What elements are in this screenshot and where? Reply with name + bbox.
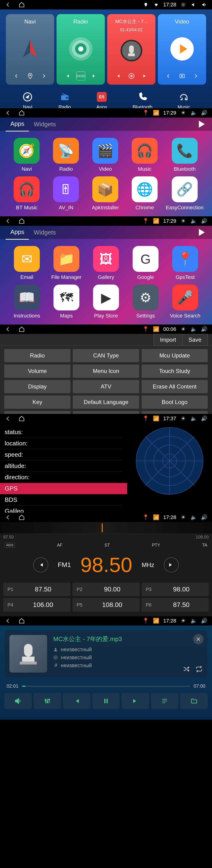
nav-navi[interactable]: Navi [22, 91, 33, 108]
af-button[interactable]: AF [57, 543, 62, 548]
app-file-manager[interactable]: 📁File Manager [48, 246, 85, 280]
chevron-left-icon[interactable] [12, 71, 21, 81]
brightness-icon[interactable]: ☀ [180, 514, 187, 521]
eq-button[interactable] [34, 693, 61, 709]
seek-prev-button[interactable] [33, 557, 48, 572]
band-label[interactable]: FM1 [58, 561, 71, 569]
app-chrome[interactable]: 🌐Chrome [127, 176, 163, 211]
brightness-icon[interactable]: ☀ [180, 110, 187, 116]
app-gallery[interactable]: 🖼Gallery [88, 246, 124, 280]
home-icon[interactable] [18, 415, 25, 422]
setting-can-type[interactable]: CAN Type [73, 349, 139, 362]
setting-key[interactable]: Key [4, 396, 71, 409]
volume-up-icon[interactable]: 🔊 [201, 514, 207, 521]
app-bt-music[interactable]: 🎧BT Music [8, 176, 45, 211]
setting-boot-logo[interactable]: Boot Logo [141, 396, 208, 409]
setting-mcu-update[interactable]: Mcu Update [141, 349, 208, 362]
volume-up-icon[interactable]: 🔊 [201, 326, 207, 333]
brightness-icon[interactable]: ☀ [180, 326, 187, 333]
tab-widgets[interactable]: Widgets [29, 117, 60, 131]
brightness-icon[interactable] [180, 1, 187, 8]
app-radio[interactable]: 📡Radio [48, 138, 84, 172]
app-video[interactable]: 🎬Video [87, 138, 124, 172]
volume-down-icon[interactable]: 🔈 [190, 326, 197, 333]
chevron-right-icon[interactable] [39, 71, 48, 81]
volume-down-icon[interactable] [190, 1, 197, 8]
home-icon[interactable] [18, 618, 25, 624]
volume-down-icon[interactable]: 🔈 [190, 415, 197, 422]
tab-apps[interactable]: Apps [6, 225, 29, 240]
prev-button[interactable] [63, 693, 90, 709]
nav-radio[interactable]: Radio [58, 91, 71, 108]
back-icon[interactable] [5, 618, 11, 624]
home-icon[interactable] [18, 326, 25, 333]
preset-p2[interactable]: P290.00 [72, 583, 139, 596]
play-icon[interactable] [127, 71, 136, 81]
gps-system-galileo[interactable]: Galileo [5, 506, 123, 513]
volume-up-icon[interactable]: 🔊 [201, 110, 207, 116]
gps-system-gps[interactable]: GPS [0, 483, 127, 494]
volume-down-icon[interactable]: 🔈 [190, 514, 197, 521]
brightness-icon[interactable]: ☀ [180, 218, 187, 224]
preset-p6[interactable]: P687.50 [141, 598, 209, 612]
volume-up-icon[interactable]: 🔊 [201, 415, 207, 422]
mute-button[interactable] [4, 693, 32, 709]
home-icon[interactable] [18, 1, 25, 8]
radio-card[interactable]: Radio BAND [56, 14, 105, 85]
volume-up-icon[interactable]: 🔊 [201, 218, 207, 224]
app-easyconnection[interactable]: 🔗EasyConnection [166, 176, 204, 211]
home-icon[interactable] [18, 218, 25, 224]
app-navi[interactable]: 🧭Navi [8, 138, 45, 172]
app-settings[interactable]: ⚙Settings [127, 284, 164, 319]
back-icon[interactable] [5, 514, 11, 521]
ta-button[interactable]: TA [202, 543, 207, 548]
preset-p1[interactable]: P187.50 [3, 583, 71, 596]
back-icon[interactable] [5, 326, 11, 333]
band-button[interactable]: BAND [76, 71, 85, 81]
close-button[interactable] [193, 634, 204, 644]
setting-default-language[interactable]: Default Language [73, 396, 139, 409]
preset-p3[interactable]: P398.00 [141, 583, 209, 596]
volume-up-icon[interactable] [201, 1, 207, 8]
volume-down-icon[interactable]: 🔈 [190, 618, 197, 624]
pty-button[interactable]: PTY [152, 543, 160, 548]
chevron-right-icon[interactable] [191, 71, 200, 81]
back-icon[interactable] [5, 218, 11, 224]
frequency-dial[interactable] [0, 522, 212, 534]
music-card[interactable]: MC水公主 - 7... 01:43/04:02 [107, 14, 156, 85]
setting-volume[interactable]: Volume [4, 365, 71, 378]
nav-apps[interactable]: E5Apps [96, 91, 107, 108]
app-play-store[interactable]: ▶Play Store [88, 284, 124, 319]
nav-bluetooth[interactable]: Bluetooth [133, 91, 153, 108]
volume-up-icon[interactable]: 🔊 [201, 618, 207, 624]
app-voice-search[interactable]: 🎤Voice Search [167, 284, 204, 319]
app-google[interactable]: GGoogle [127, 246, 164, 280]
nav-music[interactable]: Music [178, 91, 190, 108]
setting-others[interactable]: Others [4, 411, 71, 414]
app-music[interactable]: 🎧Music [127, 138, 163, 172]
prev-icon[interactable] [63, 71, 72, 81]
app-maps[interactable]: 🗺Maps [48, 284, 85, 319]
tab-apps[interactable]: Apps [6, 117, 29, 131]
setting-menu-icon[interactable]: Menu Icon [73, 365, 139, 378]
next-button[interactable] [122, 693, 149, 709]
preset-p5[interactable]: P5108.00 [72, 598, 139, 612]
back-icon[interactable] [5, 1, 11, 8]
volume-down-icon[interactable]: 🔈 [190, 110, 197, 116]
app-gpstest[interactable]: 📍GpsTest [167, 246, 204, 280]
seek-next-button[interactable] [164, 557, 179, 572]
chevron-left-icon[interactable] [164, 71, 173, 81]
playstore-icon[interactable] [197, 228, 206, 237]
setting-display[interactable]: Display [4, 380, 71, 393]
pin-icon[interactable] [26, 71, 35, 81]
prev-icon[interactable] [113, 71, 122, 81]
app-av-in[interactable]: 🎚AV_IN [48, 176, 84, 211]
back-icon[interactable] [5, 415, 11, 422]
save-button[interactable]: Save [182, 334, 208, 346]
home-icon[interactable] [18, 110, 25, 116]
playlist-button[interactable] [151, 693, 179, 709]
shuffle-button[interactable] [183, 665, 190, 673]
film-icon[interactable] [178, 71, 187, 81]
app-email[interactable]: ✉Email [8, 246, 45, 280]
video-card[interactable]: Video [158, 14, 206, 85]
